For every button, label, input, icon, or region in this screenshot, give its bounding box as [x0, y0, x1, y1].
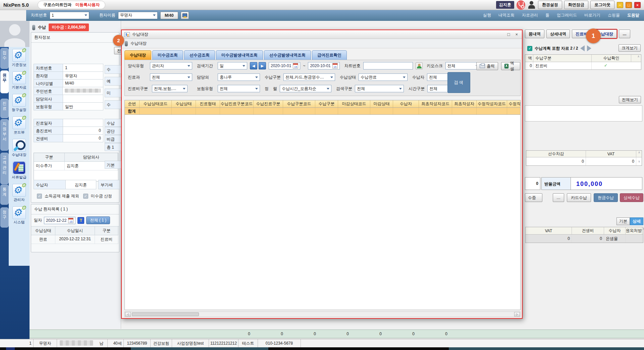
scrollbar-thumb[interactable] — [132, 312, 199, 316]
period-select[interactable]: 일 — [218, 62, 247, 69]
toggle-detail[interactable]: 상세 — [630, 217, 643, 225]
column-header[interactable]: 수납상태 — [172, 100, 196, 107]
horizontal-scrollbar[interactable] — [124, 311, 521, 317]
pay-type-select[interactable]: 전체,카드,현금영수… — [283, 73, 335, 81]
titlebar-button[interactable]: 환경설정 — [538, 1, 562, 9]
nav-button[interactable]: … — [619, 30, 630, 38]
menu-item[interactable]: 내역조회 — [498, 12, 515, 18]
patient-name-combo[interactable]: 무명자 — [118, 12, 158, 19]
search-button[interactable]: 검색 — [447, 72, 470, 93]
close-button[interactable] — [634, 2, 641, 8]
column-header[interactable]: 수정작성자 — [507, 100, 521, 107]
column-header[interactable]: VAT — [526, 227, 572, 234]
column-header[interactable]: 순번 — [125, 100, 140, 107]
enlarge-button[interactable]: 크게보기 — [619, 44, 641, 52]
menu-item[interactable]: 툴 — [545, 12, 549, 18]
sidebar-tab[interactable]: 청구 — [0, 207, 9, 228]
table-cell[interactable] — [626, 235, 642, 243]
column-header[interactable]: 구분 — [95, 227, 118, 235]
today-button[interactable]: T — [77, 217, 84, 224]
column-header[interactable]: VAT — [586, 151, 636, 157]
sidebar-tab[interactable]: 지원부서 — [0, 119, 9, 151]
calendar-icon[interactable] — [293, 63, 298, 68]
excel-button[interactable]: 엑셀 — [501, 62, 520, 70]
minimize-button[interactable] — [617, 2, 623, 8]
sidebar-item[interactable]: 관리자 — [9, 182, 30, 204]
scroll-left-icon[interactable] — [125, 312, 131, 316]
column-header[interactable]: 최초작성자 — [452, 100, 477, 107]
card-pay-button[interactable]: 카드수납 — [567, 193, 591, 202]
titlebar-button[interactable]: 로그아웃 — [590, 1, 614, 9]
column-header[interactable]: 수납진료구분 — [254, 100, 283, 107]
column-header[interactable]: 수납상태코드 — [140, 100, 172, 107]
column-header[interactable]: 수납일시 — [55, 227, 95, 235]
patient-search-icon[interactable] — [416, 62, 423, 69]
next-arrow-icon[interactable] — [587, 45, 591, 51]
menu-item[interactable]: 자료관리 — [522, 12, 538, 18]
column-header[interactable]: 수납확인 — [592, 55, 631, 62]
column-header[interactable]: 수납구분 — [533, 55, 592, 62]
ledger-tab[interactable]: 미수금조회 — [152, 50, 183, 60]
column-header[interactable]: 마감상태 — [370, 100, 393, 107]
table-cell[interactable]: 0 — [526, 157, 586, 165]
dept-select[interactable]: 전체 — [150, 73, 192, 81]
sidebar-tab[interactable]: 접수 — [0, 48, 9, 69]
sidebar-item[interactable]: 기본자료 — [9, 69, 30, 92]
table-cell[interactable]: 진료비 — [533, 62, 592, 69]
sidebar-item[interactable]: 시스템 — [9, 204, 30, 227]
sex-age-button[interactable]: M/40 — [160, 12, 178, 19]
date-picker[interactable]: 2020-12-22 — [44, 217, 75, 224]
sidebar-tab[interactable]: 진료 — [0, 99, 9, 118]
column-header[interactable]: 최초작성자코드 — [419, 100, 452, 107]
column-header[interactable]: 수납자 — [604, 227, 626, 234]
column-header[interactable]: 수납구분 — [315, 100, 338, 107]
table-cell[interactable]: 진료비 — [95, 235, 118, 244]
search-type-select[interactable]: 전체 — [355, 85, 404, 92]
table-cell[interactable]: 2020-12-22 12:31 — [55, 235, 95, 244]
ins-type-select[interactable]: 전체 — [218, 85, 260, 92]
column-header[interactable]: 선수차감 — [526, 151, 586, 157]
ledger-tab[interactable]: 선수금조회 — [184, 50, 215, 60]
cash-pay-button[interactable]: 현금수납 — [594, 193, 618, 202]
receipt-button-fragment[interactable]: 수증 — [525, 193, 542, 202]
menu-item[interactable]: 쇼핑몰 — [608, 12, 620, 18]
scroll-up-icon[interactable] — [642, 227, 644, 234]
ledger-tab[interactable]: 급여진료확인 — [312, 50, 347, 60]
more-button[interactable]: … — [553, 193, 564, 202]
chart-no-combo[interactable]: 1 — [50, 12, 89, 19]
sidebar-tab[interactable]: 통계 — [0, 185, 9, 205]
calendar-icon[interactable] — [68, 218, 73, 223]
toggle-basic[interactable]: 기본 — [616, 217, 630, 225]
print-button[interactable]: 출력 — [476, 62, 498, 70]
calendar-icon[interactable] — [332, 63, 338, 68]
device-icon[interactable] — [181, 12, 189, 19]
dialog-close-icon[interactable] — [515, 32, 518, 37]
nav-button[interactable]: 상세내역 — [546, 30, 570, 38]
sidebar-tab[interactable]: 고객관리 — [0, 153, 9, 184]
prev-arrow-icon[interactable] — [580, 45, 585, 51]
scroll-up-icon[interactable] — [637, 151, 642, 157]
column-header[interactable]: 수납자 — [393, 100, 419, 107]
menu-item[interactable]: 도움말 — [627, 12, 639, 18]
column-header[interactable]: 수정작성자코드 — [477, 100, 507, 107]
scroll-right-icon[interactable] — [514, 312, 520, 316]
ledger-tab[interactable]: 선수금발생내역조회 — [264, 50, 311, 60]
pay-state-select[interactable]: 수납완료 — [359, 73, 408, 81]
scroll-down-icon[interactable] — [637, 160, 642, 163]
table-cell[interactable]: 0 — [586, 157, 636, 165]
unpaid-calc-checkbox[interactable] — [83, 194, 88, 199]
fee-type-select[interactable]: 전체,보험,… — [152, 85, 187, 92]
plan-checkbox[interactable] — [527, 46, 532, 51]
doctor-select[interactable]: 홍나루 — [218, 73, 260, 81]
menu-item[interactable]: 업그레이드 — [557, 12, 577, 18]
column-header[interactable]: 진료형태 — [196, 100, 220, 107]
date-to-picker[interactable]: 2020-10-01 — [308, 62, 339, 69]
scroll-up-icon[interactable] — [636, 55, 641, 62]
chart-no-input[interactable] — [363, 62, 413, 69]
date-from-picker[interactable]: 2020-10-01 — [269, 62, 300, 69]
user-settings-icon[interactable] — [528, 1, 536, 9]
column-header[interactable]: 수납진료구분코드 — [220, 100, 254, 107]
column-header[interactable]: 수납상태 — [31, 227, 55, 235]
menu-item[interactable]: 실행 — [483, 12, 491, 18]
nav-button[interactable]: 품내역 — [525, 30, 544, 38]
